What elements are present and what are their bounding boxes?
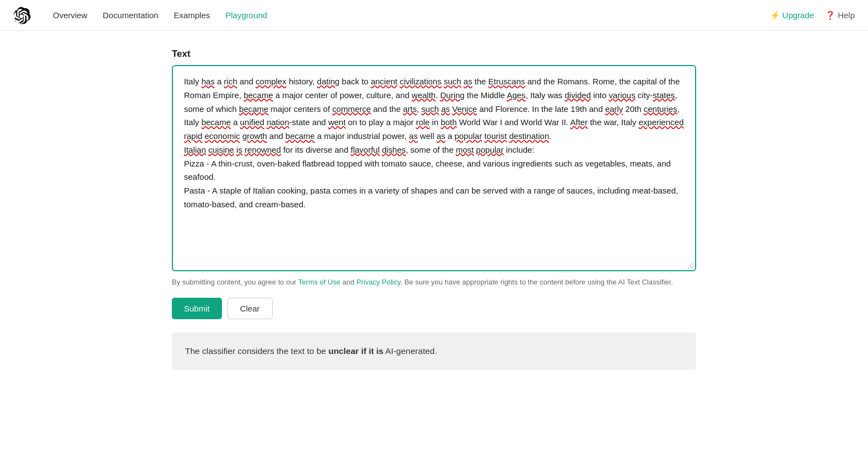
nav-documentation[interactable]: Documentation bbox=[103, 10, 159, 20]
text-input-area[interactable]: Italy has a rich and complex history, da… bbox=[173, 66, 695, 270]
result-box: The classifier considers the text to be … bbox=[172, 332, 696, 371]
clear-button[interactable]: Clear bbox=[227, 298, 273, 319]
lightning-icon: ⚡ bbox=[770, 10, 780, 20]
result-prefix: The classifier considers the text to be bbox=[185, 346, 328, 356]
privacy-link[interactable]: Privacy Policy bbox=[356, 278, 400, 286]
help-button[interactable]: ❓ Help bbox=[825, 10, 855, 20]
section-title: Text bbox=[172, 49, 696, 60]
main-content: Text Italy has a rich and complex histor… bbox=[159, 31, 709, 388]
nav-links: Overview Documentation Examples Playgrou… bbox=[53, 10, 752, 20]
result-suffix: AI-generated. bbox=[383, 346, 437, 356]
nav-examples[interactable]: Examples bbox=[173, 10, 210, 20]
submit-button[interactable]: Submit bbox=[172, 298, 222, 319]
upgrade-button[interactable]: ⚡ Upgrade bbox=[770, 10, 815, 20]
navbar: Overview Documentation Examples Playgrou… bbox=[0, 0, 868, 31]
nav-right: ⚡ Upgrade ❓ Help bbox=[770, 10, 855, 20]
disclaimer-text: By submitting content, you agree to our … bbox=[172, 277, 696, 288]
result-highlight: unclear if it is bbox=[328, 346, 383, 356]
text-area-wrapper: Italy has a rich and complex history, da… bbox=[172, 65, 696, 271]
resize-handle-icon[interactable] bbox=[687, 262, 694, 269]
terms-link[interactable]: Terms of Use bbox=[299, 278, 341, 286]
nav-overview[interactable]: Overview bbox=[53, 10, 88, 20]
openai-logo bbox=[13, 7, 31, 24]
nav-playground[interactable]: Playground bbox=[225, 10, 267, 20]
help-circle-icon: ❓ bbox=[825, 10, 836, 20]
button-row: Submit Clear bbox=[172, 298, 696, 319]
